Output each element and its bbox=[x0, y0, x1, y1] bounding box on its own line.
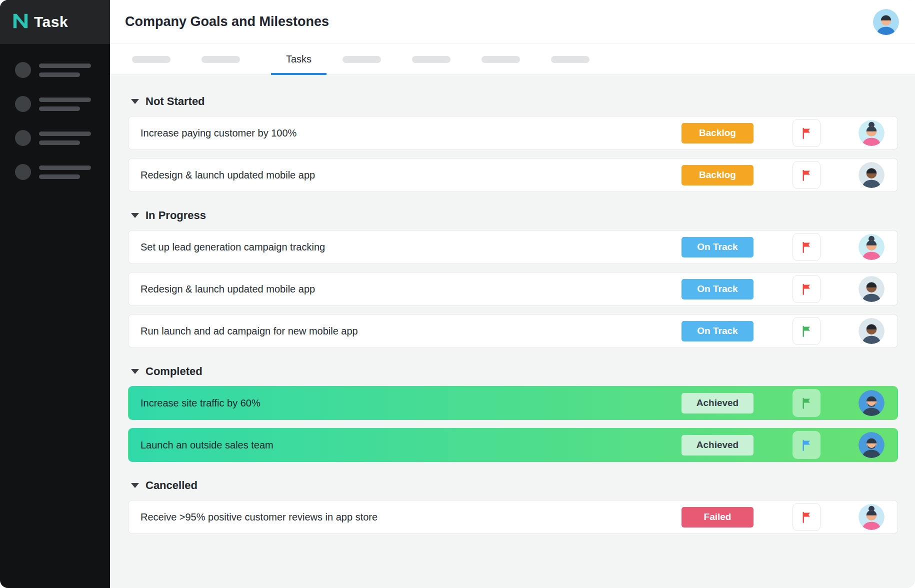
collapse-caret-icon bbox=[131, 483, 139, 488]
skeleton-circle bbox=[15, 96, 31, 112]
task-title: Increase paying customer by 100% bbox=[140, 128, 682, 139]
status-badge[interactable]: On Track bbox=[682, 237, 754, 258]
sidebar: Task bbox=[0, 0, 110, 588]
tab-bar: Tasks bbox=[110, 44, 915, 75]
task-row[interactable]: Redesign & launch updated mobile app On … bbox=[128, 272, 898, 306]
task-row[interactable]: Launch an outside sales team Achieved bbox=[128, 428, 898, 462]
collapse-caret-icon bbox=[131, 99, 139, 104]
section-header[interactable]: Completed bbox=[131, 365, 898, 378]
flag-button[interactable] bbox=[792, 389, 820, 417]
section-header[interactable]: Cancelled bbox=[131, 479, 898, 492]
page-title: Company Goals and Milestones bbox=[125, 14, 329, 30]
task-title: Launch an outside sales team bbox=[140, 440, 682, 451]
brand-icon bbox=[12, 12, 29, 32]
assignee-avatar[interactable] bbox=[858, 120, 884, 146]
sidebar-skeleton-item bbox=[15, 130, 110, 146]
section-header[interactable]: Not Started bbox=[131, 95, 898, 108]
section-rows: Receive >95% positive customer reviews i… bbox=[128, 500, 898, 534]
sidebar-skeleton-item bbox=[15, 164, 110, 180]
flag-button[interactable] bbox=[792, 233, 820, 261]
task-section: Not Started Increase paying customer by … bbox=[128, 95, 898, 192]
section-header[interactable]: In Progress bbox=[131, 209, 898, 222]
tab-placeholder bbox=[202, 56, 240, 63]
tab-placeholder bbox=[482, 56, 520, 63]
task-title: Run launch and ad campaign for new mobil… bbox=[140, 326, 682, 337]
main-area: Company Goals and Milestones Tasks bbox=[110, 0, 915, 588]
flag-button[interactable] bbox=[792, 503, 820, 531]
status-badge[interactable]: Achieved bbox=[682, 435, 754, 456]
task-row[interactable]: Increase site traffic by 60% Achieved bbox=[128, 386, 898, 420]
task-title: Redesign & launch updated mobile app bbox=[140, 170, 682, 181]
task-row[interactable]: Redesign & launch updated mobile app Bac… bbox=[128, 158, 898, 192]
tab-tasks[interactable]: Tasks bbox=[271, 44, 326, 74]
sidebar-skeleton-item bbox=[15, 96, 110, 112]
user-avatar[interactable] bbox=[873, 9, 899, 35]
task-row[interactable]: Increase paying customer by 100% Backlog bbox=[128, 116, 898, 150]
task-title: Set up lead generation campaign tracking bbox=[140, 242, 682, 253]
skeleton-circle bbox=[15, 164, 31, 180]
tab-placeholder bbox=[551, 56, 590, 63]
task-title: Redesign & launch updated mobile app bbox=[140, 284, 682, 295]
tab-tasks-label: Tasks bbox=[286, 54, 312, 65]
skeleton-line bbox=[39, 132, 91, 136]
flag-button[interactable] bbox=[792, 317, 820, 345]
assignee-avatar[interactable] bbox=[858, 234, 884, 260]
skeleton-line bbox=[39, 106, 80, 111]
section-title: Not Started bbox=[146, 95, 205, 108]
section-rows: Set up lead generation campaign tracking… bbox=[128, 230, 898, 348]
assignee-avatar[interactable] bbox=[858, 432, 884, 458]
section-title: Cancelled bbox=[146, 479, 198, 492]
skeleton-circle bbox=[15, 62, 31, 78]
status-badge[interactable]: Backlog bbox=[682, 165, 754, 186]
task-row[interactable]: Receive >95% positive customer reviews i… bbox=[128, 500, 898, 534]
flag-button[interactable] bbox=[792, 119, 820, 147]
status-badge[interactable]: On Track bbox=[682, 321, 754, 342]
flag-button[interactable] bbox=[792, 161, 820, 189]
collapse-caret-icon bbox=[131, 213, 139, 218]
sidebar-skeleton-list bbox=[0, 44, 110, 180]
skeleton-line bbox=[39, 140, 80, 145]
collapse-caret-icon bbox=[131, 369, 139, 374]
flag-button[interactable] bbox=[792, 275, 820, 303]
skeleton-circle bbox=[15, 130, 31, 146]
section-rows: Increase paying customer by 100% Backlog… bbox=[128, 116, 898, 192]
assignee-avatar[interactable] bbox=[858, 390, 884, 416]
sidebar-skeleton-item bbox=[15, 62, 110, 78]
task-section: Cancelled Receive >95% positive customer… bbox=[128, 479, 898, 534]
page-header: Company Goals and Milestones bbox=[110, 0, 915, 44]
assignee-avatar[interactable] bbox=[858, 276, 884, 302]
skeleton-line bbox=[39, 98, 91, 102]
task-section: In Progress Set up lead generation campa… bbox=[128, 209, 898, 348]
tab-placeholder bbox=[342, 56, 381, 63]
task-board: Not Started Increase paying customer by … bbox=[110, 75, 915, 588]
status-badge[interactable]: On Track bbox=[682, 279, 754, 300]
tab-placeholder bbox=[412, 56, 450, 63]
status-badge[interactable]: Failed bbox=[682, 507, 754, 528]
section-title: Completed bbox=[146, 365, 202, 378]
task-row[interactable]: Set up lead generation campaign tracking… bbox=[128, 230, 898, 264]
tab-placeholder bbox=[132, 56, 170, 63]
section-title: In Progress bbox=[146, 209, 206, 222]
assignee-avatar[interactable] bbox=[858, 504, 884, 530]
brand-logo[interactable]: Task bbox=[0, 0, 110, 44]
status-badge[interactable]: Achieved bbox=[682, 393, 754, 414]
task-title: Receive >95% positive customer reviews i… bbox=[140, 512, 682, 523]
skeleton-line bbox=[39, 166, 91, 170]
assignee-avatar[interactable] bbox=[858, 162, 884, 188]
flag-button[interactable] bbox=[792, 431, 820, 459]
brand-name: Task bbox=[34, 14, 68, 30]
app-window: Task Company Goals and Milestones bbox=[0, 0, 915, 588]
skeleton-line bbox=[39, 64, 91, 68]
task-title: Increase site traffic by 60% bbox=[140, 398, 682, 409]
skeleton-line bbox=[39, 72, 80, 77]
status-badge[interactable]: Backlog bbox=[682, 123, 754, 144]
task-section: Completed Increase site traffic by 60% A… bbox=[128, 365, 898, 462]
section-rows: Increase site traffic by 60% Achieved La… bbox=[128, 386, 898, 462]
task-row[interactable]: Run launch and ad campaign for new mobil… bbox=[128, 314, 898, 348]
skeleton-line bbox=[39, 174, 80, 179]
assignee-avatar[interactable] bbox=[858, 318, 884, 344]
